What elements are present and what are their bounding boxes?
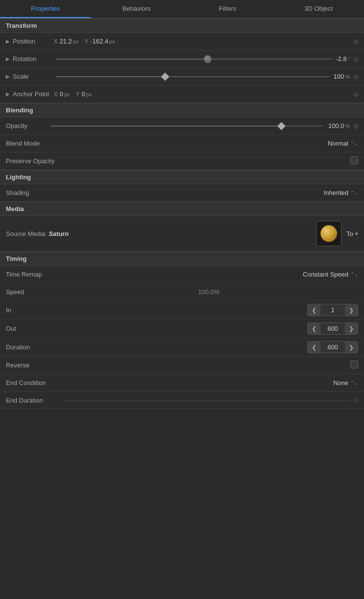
in-row: In ❮ 1 ❯ bbox=[0, 301, 364, 320]
opacity-row: Opacity 100.0 % ◇ bbox=[0, 117, 364, 135]
reverse-row: Reverse bbox=[0, 357, 364, 374]
tab-properties[interactable]: Properties bbox=[0, 0, 91, 18]
tab-3d-object[interactable]: 3D Object bbox=[273, 0, 364, 18]
position-expand-arrow[interactable]: ▶ bbox=[6, 39, 10, 44]
time-remap-label: Time Remap bbox=[6, 271, 60, 278]
duration-increment-button[interactable]: ❯ bbox=[345, 342, 358, 353]
end-condition-value: None bbox=[333, 379, 348, 386]
duration-label: Duration bbox=[6, 343, 60, 351]
opacity-value[interactable]: 100.0 bbox=[328, 122, 344, 129]
anchor-y-unit: px bbox=[86, 91, 92, 97]
anchor-x-unit: px bbox=[64, 91, 70, 97]
end-duration-row: End Duration 0 bbox=[0, 392, 364, 409]
anchor-point-row: ▶ Anchor Point X 0 px Y 0 px ◇ bbox=[0, 86, 364, 103]
time-remap-row: Time Remap Constant Speed ⌃⌄ bbox=[0, 266, 364, 283]
rotation-slider-track[interactable] bbox=[56, 59, 332, 60]
anchor-x-value[interactable]: 0 bbox=[60, 90, 63, 98]
duration-row: Duration ❮ 600 ❯ bbox=[0, 338, 364, 357]
speed-label: Speed bbox=[6, 288, 60, 296]
source-media-name: Saturn bbox=[48, 230, 68, 237]
in-decrement-button[interactable]: ❮ bbox=[308, 305, 321, 316]
rotation-row: ▶ Rotation -2.8 ° ◇ bbox=[0, 50, 364, 68]
blend-mode-value: Normal bbox=[328, 140, 348, 147]
rotation-label: Rotation bbox=[13, 55, 52, 63]
blend-mode-label: Blend Mode bbox=[6, 140, 60, 147]
to-label: To bbox=[346, 230, 353, 237]
position-keyframe[interactable]: ◇ bbox=[354, 38, 358, 45]
anchor-y-value[interactable]: 0 bbox=[82, 90, 85, 98]
saturn-thumbnail[interactable] bbox=[316, 221, 342, 246]
position-x-value[interactable]: 21.2 bbox=[60, 38, 72, 45]
position-y-value[interactable]: -162.4 bbox=[90, 38, 108, 45]
scale-slider-track[interactable] bbox=[56, 76, 330, 77]
speed-value[interactable]: 100.0% bbox=[198, 288, 219, 296]
opacity-unit: % bbox=[345, 123, 350, 129]
lighting-section-header: Lighting bbox=[0, 170, 364, 184]
blending-section-header: Blending bbox=[0, 103, 364, 117]
rotation-slider-thumb[interactable] bbox=[204, 55, 212, 63]
position-y-axis: Y bbox=[85, 38, 88, 45]
anchor-x-axis: X bbox=[54, 91, 58, 98]
in-increment-button[interactable]: ❯ bbox=[345, 305, 358, 316]
scale-value[interactable]: 100 bbox=[334, 73, 344, 80]
preserve-opacity-checkbox[interactable] bbox=[350, 156, 358, 164]
shading-dropdown[interactable]: Inherited ⌃⌄ bbox=[323, 189, 358, 196]
saturn-planet-icon bbox=[321, 225, 337, 242]
rotation-value[interactable]: -2.8 bbox=[336, 55, 346, 63]
scale-unit: % bbox=[345, 74, 350, 80]
preserve-opacity-label: Preserve Opacity bbox=[6, 157, 60, 165]
rotation-keyframe[interactable]: ◇ bbox=[354, 56, 358, 63]
position-x-unit: px bbox=[73, 39, 79, 44]
out-row: Out ❮ 600 ❯ bbox=[0, 320, 364, 338]
speed-row: Speed 100.0% bbox=[0, 283, 364, 301]
end-condition-arrow: ⌃⌄ bbox=[350, 380, 358, 385]
duration-value[interactable]: 600 bbox=[321, 342, 345, 353]
tab-behaviors[interactable]: Behaviors bbox=[91, 0, 182, 18]
time-remap-dropdown[interactable]: Constant Speed ⌃⌄ bbox=[303, 271, 358, 278]
in-label: In bbox=[6, 306, 60, 314]
scale-slider-thumb[interactable] bbox=[161, 72, 170, 81]
out-value[interactable]: 600 bbox=[321, 323, 345, 334]
anchor-y-axis: Y bbox=[76, 91, 80, 98]
anchor-keyframe[interactable]: ◇ bbox=[354, 91, 358, 98]
scale-expand-arrow[interactable]: ▶ bbox=[6, 74, 10, 79]
rotation-expand-arrow[interactable]: ▶ bbox=[6, 56, 10, 62]
in-stepper[interactable]: ❮ 1 ❯ bbox=[307, 304, 358, 316]
scale-label: Scale bbox=[13, 73, 52, 80]
opacity-slider-thumb[interactable] bbox=[278, 122, 286, 130]
position-row: ▶ Position X 21.2 px Y -162.4 px ◇ bbox=[0, 33, 364, 50]
out-stepper[interactable]: ❮ 600 ❯ bbox=[307, 322, 358, 335]
shading-label: Shading bbox=[6, 189, 60, 196]
out-increment-button[interactable]: ❯ bbox=[345, 323, 358, 334]
scale-row: ▶ Scale 100 % ◇ bbox=[0, 68, 364, 86]
scale-keyframe[interactable]: ◇ bbox=[354, 73, 358, 80]
end-condition-dropdown[interactable]: None ⌃⌄ bbox=[333, 379, 358, 386]
opacity-keyframe[interactable]: ◇ bbox=[354, 123, 358, 129]
to-button[interactable]: To ▾ bbox=[346, 230, 358, 237]
timing-section-header: Timing bbox=[0, 252, 364, 266]
out-label: Out bbox=[6, 325, 60, 332]
out-decrement-button[interactable]: ❮ bbox=[308, 323, 321, 334]
blend-mode-dropdown[interactable]: Normal ⌃⌄ bbox=[328, 140, 358, 147]
position-y-unit: px bbox=[109, 39, 115, 44]
source-media-row: Source Media: Saturn To ▾ bbox=[0, 216, 364, 252]
anchor-expand-arrow[interactable]: ▶ bbox=[6, 91, 10, 97]
media-section-header: Media bbox=[0, 202, 364, 216]
end-condition-label: End Condition bbox=[6, 379, 60, 386]
duration-stepper[interactable]: ❮ 600 ❯ bbox=[307, 341, 358, 353]
in-value[interactable]: 1 bbox=[321, 304, 345, 316]
shading-arrow: ⌃⌄ bbox=[350, 190, 358, 195]
end-duration-label: End Duration bbox=[6, 397, 60, 404]
reverse-checkbox[interactable] bbox=[350, 361, 358, 368]
opacity-slider-track[interactable] bbox=[51, 126, 322, 127]
transform-section-header: Transform bbox=[0, 19, 364, 33]
position-label: Position bbox=[13, 38, 52, 45]
tab-bar: Properties Behaviors Filters 3D Object bbox=[0, 0, 364, 19]
position-x-axis: X bbox=[54, 38, 58, 45]
duration-decrement-button[interactable]: ❮ bbox=[308, 342, 321, 353]
preserve-opacity-row: Preserve Opacity bbox=[0, 152, 364, 170]
shading-value: Inherited bbox=[323, 189, 348, 196]
tab-filters[interactable]: Filters bbox=[182, 0, 273, 18]
blend-mode-arrow: ⌃⌄ bbox=[350, 141, 358, 146]
end-duration-value: 0 bbox=[355, 397, 358, 404]
